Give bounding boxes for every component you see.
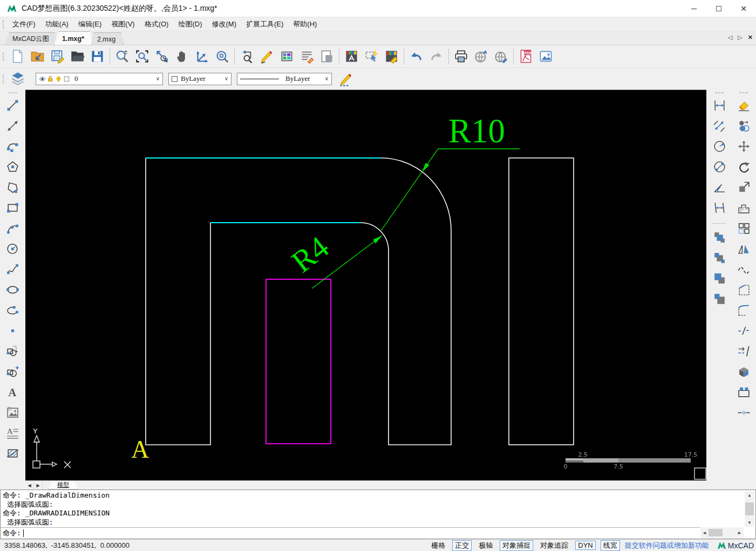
menu-扩展工具E[interactable]: 扩展工具(E) [241,18,288,31]
modify-offset-button[interactable] [734,198,753,217]
status-toggle-对象追踪[interactable]: 对象追踪 [538,541,570,550]
dim-diameter-dim-button[interactable] [710,157,729,176]
draw-ellipse-button[interactable] [3,280,22,299]
toolbar-print-button[interactable] [451,47,471,66]
modify-move-button[interactable] [734,137,753,156]
draw-line-button[interactable] [3,96,22,115]
toolbar-ucs-axes-button[interactable] [192,47,212,66]
status-toggle-线宽[interactable]: 线宽 [601,540,620,551]
menu-格式O[interactable]: 格式(O) [140,18,174,31]
modify-erase-button[interactable] [734,96,753,115]
dim-order-above-button[interactable] [710,269,729,288]
menu-绘图D[interactable]: 绘图(D) [173,18,207,31]
modify-stretch-button[interactable] [734,383,753,402]
toolbar-zoom-window-button[interactable] [132,47,152,66]
tab-close-icon[interactable]: ✕ [748,34,753,41]
scrollbar-thumb[interactable] [709,529,723,536]
menu-修改M[interactable]: 修改(M) [207,18,241,31]
modify-extend-button[interactable] [734,342,753,361]
modify-copy-button[interactable] [734,116,753,135]
toolbar-zoom-center-button[interactable] [212,47,232,66]
toolbar-web-publish-button[interactable] [471,47,491,66]
modify-chamfer-button[interactable] [734,280,753,299]
tab-scroll-left-icon[interactable]: ◁ [728,34,732,41]
command-horizontal-scrollbar[interactable]: ◀ ▶ [700,527,744,538]
command-vertical-scrollbar[interactable]: ▲ ▼ [745,491,754,527]
draw-hatch-button[interactable] [3,444,22,463]
modify-spline-edit-button[interactable] [734,260,753,279]
drawing-canvas[interactable]: R10 R4 A Y [25,89,706,480]
draw-spline-button[interactable] [3,260,22,279]
toolbar-sketch-pencil-button[interactable] [257,47,277,66]
close-button[interactable]: ✕ [731,0,756,17]
modify-explode-button[interactable] [734,362,753,381]
toolbar-redraw-button[interactable] [237,47,257,66]
draw-text-button[interactable]: A [3,383,22,402]
dim-angular-dim-button[interactable] [710,178,729,197]
draw-insert-block-button[interactable] [3,342,22,361]
status-toggle-栅格[interactable]: 栅格 [429,541,447,550]
draw-mtext-button[interactable]: A [3,424,22,443]
modify-array-button[interactable] [734,219,753,238]
scroll-down-icon[interactable]: ▼ [745,519,754,527]
menu-文件F[interactable]: 文件(F) [8,18,40,31]
dim-order-front-button[interactable] [710,228,729,247]
draw-create-block-button[interactable] [3,362,22,381]
draw-image-button[interactable] [3,403,22,422]
scrollbar-thumb[interactable] [745,502,754,515]
layer-select[interactable]: 0 ∨ [36,73,163,85]
toolbar-open-button[interactable] [67,47,87,66]
entity-n-shape-outline[interactable] [146,158,451,445]
draw-circle-button[interactable] [3,239,22,258]
toolbar-color-palette-button[interactable] [277,47,297,66]
scroll-left-icon[interactable]: ◀ [700,530,709,535]
menu-帮助H[interactable]: 帮助(H) [288,18,322,31]
modify-mirror-button[interactable] [734,239,753,258]
layer-manager-button[interactable] [8,69,28,88]
feedback-link[interactable]: 提交软件问题或增加新功能 [625,541,709,550]
status-toggle-对象捕捉[interactable]: 对象捕捉 [500,540,533,551]
layout-next-icon[interactable]: ▶ [34,481,43,490]
modify-scale-button[interactable] [734,178,753,197]
color-select[interactable]: ByLayer ∨ [168,73,231,85]
status-toggle-DYN[interactable]: DYN [575,541,595,550]
dim-order-below-button[interactable] [710,290,729,308]
draw-arc-3pt-button[interactable] [3,219,22,238]
dim-aligned-dim-button[interactable] [710,116,729,135]
menu-编辑E[interactable]: 编辑(E) [73,18,106,31]
annotation-a-label[interactable]: A [131,436,149,463]
status-toggle-极轴[interactable]: 极轴 [476,541,495,550]
draw-ellipse-arc-button[interactable] [3,301,22,320]
scroll-right-icon[interactable]: ▶ [735,530,744,535]
dim-order-back-button[interactable] [710,249,729,267]
entity-selected-rectangle[interactable] [266,279,331,444]
linetype-select[interactable]: ByLayer ∨ [237,73,332,85]
toolbar-page-setup-button[interactable] [317,47,337,66]
document-tab-1.mxg*[interactable]: 1.mxg* [54,31,92,45]
linetype-edit-button[interactable] [336,69,357,88]
dim-linear-dim-button[interactable] [710,96,729,115]
status-toggle-正交[interactable]: 正交 [452,540,472,551]
draw-point-button[interactable] [3,321,22,340]
toolbar-export-pdf-button[interactable]: PDF [516,47,536,66]
layout-prev-icon[interactable]: ◀ [25,481,34,490]
modify-fillet-button[interactable] [734,301,753,320]
document-tab-2.mxg[interactable]: 2.mxg [89,32,124,45]
dim-continue-dim-button[interactable] [710,198,729,217]
draw-polygon-button[interactable] [3,157,22,176]
draw-rectangle-button[interactable] [3,198,22,217]
entity-highlighted-edges[interactable] [146,158,381,223]
toolbar-zoom-extents-button[interactable] [152,47,172,66]
dimension-r10[interactable]: R10 [381,112,520,231]
entity-l-rectangle[interactable] [509,158,574,445]
toolbar-property-brush-button[interactable] [382,47,401,66]
draw-ray-button[interactable] [3,116,22,135]
dim-radius-dim-button[interactable] [710,137,729,156]
toolbar-new-button[interactable] [8,47,28,66]
toolbar-pan-button[interactable] [172,47,192,66]
toolbar-web-edit-button[interactable] [491,47,511,66]
menu-功能A[interactable]: 功能(A) [40,18,73,31]
menu-视图V[interactable]: 视图(V) [106,18,139,31]
maximize-button[interactable]: ☐ [706,0,731,17]
modify-join-button[interactable] [734,403,753,422]
